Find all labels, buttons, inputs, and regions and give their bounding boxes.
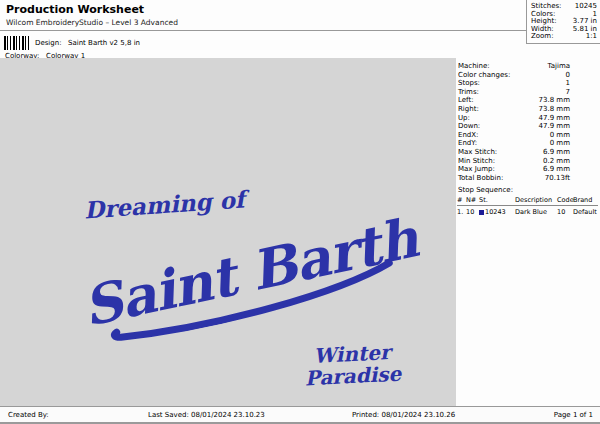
col-header-brand: Brand bbox=[573, 196, 598, 204]
machine-row: Machine:Tajima bbox=[458, 62, 570, 71]
cell-thread: 10243 bbox=[479, 208, 515, 216]
machine-row-label: Left: bbox=[458, 96, 474, 105]
stat-value: 1:1 bbox=[586, 33, 597, 41]
design-text-dreaming-of: Dreaming of bbox=[83, 185, 245, 223]
machine-row: EndY:0 mm bbox=[458, 139, 570, 148]
cell-brand: Default bbox=[573, 208, 598, 216]
machine-row: Max Jump:6.9 mm bbox=[458, 165, 570, 174]
machine-row-value: 6.9 mm bbox=[543, 148, 570, 157]
barcode-icon bbox=[4, 36, 31, 50]
machine-row-label: Min Stitch: bbox=[458, 157, 495, 166]
machine-row-label: Machine: bbox=[458, 62, 490, 71]
design-text-main-wrap: Saint Barth bbox=[78, 211, 416, 351]
machine-row-value: Tajima bbox=[548, 62, 570, 71]
page-title: Production Worksheet bbox=[6, 3, 144, 16]
machine-row-label: Stops: bbox=[458, 79, 480, 88]
machine-row-label: Right: bbox=[458, 105, 479, 114]
last-saved-text: Last Saved: 08/01/2024 23.10.23 bbox=[148, 411, 265, 419]
stop-sequence-row: 1. 10 10243 Dark Blue 10 Default bbox=[457, 208, 598, 216]
design-name-value: Saint Barth v2 5,8 in bbox=[68, 39, 140, 47]
machine-row-label: EndY: bbox=[458, 139, 477, 148]
design-text-paradise: Paradise bbox=[297, 361, 408, 391]
machine-row-value: 1 bbox=[566, 79, 570, 88]
thread-code: 10243 bbox=[485, 208, 506, 216]
machine-row-value: 47.9 mm bbox=[539, 114, 570, 123]
header-divider bbox=[0, 30, 526, 31]
machine-row-label: Total Bobbin: bbox=[458, 174, 503, 183]
machine-row: Color changes:0 bbox=[458, 71, 570, 80]
machine-row-value: 73.8 mm bbox=[539, 96, 570, 105]
machine-row: EndX:0 mm bbox=[458, 131, 570, 140]
page-number: Page 1 of 1 bbox=[554, 411, 593, 419]
printed-text: Printed: 08/01/2024 23.10.26 bbox=[352, 411, 455, 419]
machine-row-label: Max Stitch: bbox=[458, 148, 497, 157]
design-label: Design: bbox=[35, 39, 62, 47]
thread-swatch bbox=[479, 210, 484, 215]
machine-row-label: Down: bbox=[458, 122, 480, 131]
machine-row-label: Color changes: bbox=[458, 71, 510, 80]
machine-row: Min Stitch:0.2 mm bbox=[458, 157, 570, 166]
cell-needle: 10 bbox=[466, 208, 479, 216]
machine-row: Right:73.8 mm bbox=[458, 105, 570, 114]
software-subtitle: Wilcom EmbroideryStudio – Level 3 Advanc… bbox=[6, 18, 178, 27]
machine-row-value: 47.9 mm bbox=[539, 122, 570, 131]
stop-sequence-title: Stop Sequence: bbox=[458, 186, 513, 194]
production-worksheet-page: Production Worksheet Wilcom EmbroiderySt… bbox=[0, 0, 600, 424]
machine-row-label: Up: bbox=[458, 114, 470, 123]
col-header-description: Description bbox=[515, 196, 557, 204]
machine-row-label: EndX: bbox=[458, 131, 478, 140]
design-stats-box: Stitches: 10245 Colors: 1 Height: 3.77 i… bbox=[526, 0, 600, 44]
machine-row: Left:73.8 mm bbox=[458, 96, 570, 105]
machine-row-label: Max Jump: bbox=[458, 165, 495, 174]
stop-sequence-header-row: # N# St. Description Code Brand bbox=[457, 196, 598, 206]
stop-sequence-table: # N# St. Description Code Brand 1. 10 10… bbox=[457, 196, 598, 216]
machine-row-value: 73.8 mm bbox=[539, 105, 570, 114]
machine-row: Trims:7 bbox=[458, 88, 570, 97]
col-header-code: Code bbox=[557, 196, 573, 204]
created-by-label: Created By: bbox=[8, 411, 49, 419]
cell-code: 10 bbox=[557, 208, 573, 216]
col-header-stitch: St. bbox=[479, 196, 515, 204]
cell-num: 1. bbox=[457, 208, 466, 216]
stat-label: Zoom: bbox=[531, 33, 554, 41]
cell-description: Dark Blue bbox=[515, 208, 557, 216]
machine-row-value: 0.2 mm bbox=[543, 157, 570, 166]
machine-row: Max Stitch:6.9 mm bbox=[458, 148, 570, 157]
machine-row: Up:47.9 mm bbox=[458, 114, 570, 123]
design-preview-area: Dreaming of Saint Barth Winter Paradise bbox=[0, 58, 456, 406]
machine-row: Total Bobbin:70.13ft bbox=[458, 174, 570, 183]
machine-row-value: 6.9 mm bbox=[543, 165, 570, 174]
stat-zoom: Zoom: 1:1 bbox=[531, 33, 597, 41]
machine-row-value: 0 mm bbox=[550, 131, 570, 140]
machine-row-value: 0 bbox=[566, 71, 570, 80]
machine-row: Down:47.9 mm bbox=[458, 122, 570, 131]
col-header-num: # bbox=[457, 196, 466, 204]
machine-row: Stops:1 bbox=[458, 79, 570, 88]
machine-row-value: 7 bbox=[566, 88, 570, 97]
col-header-needle: N# bbox=[466, 196, 479, 204]
machine-row-value: 0 mm bbox=[550, 139, 570, 148]
machine-row-value: 70.13ft bbox=[545, 174, 570, 183]
machine-info-panel: Machine:Tajima Color changes:0 Stops:1 T… bbox=[458, 62, 570, 182]
machine-row-label: Trims: bbox=[458, 88, 479, 97]
